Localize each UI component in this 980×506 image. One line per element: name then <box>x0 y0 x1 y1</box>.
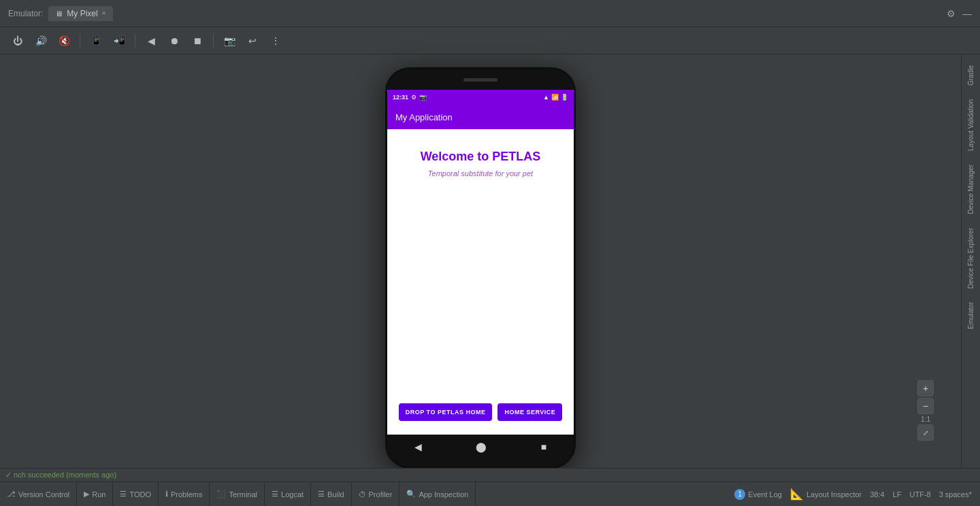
tab-todo[interactable]: ☰ TODO <box>113 482 159 506</box>
zoom-fit-button[interactable]: ⤢ <box>917 424 934 441</box>
problems-label: Problems <box>171 490 202 499</box>
settings-icon[interactable]: ⚙ <box>947 8 956 19</box>
back-nav-button[interactable]: ◀ <box>142 31 161 50</box>
buttons-section: DROP TO PETLAS HOME HOME SERVICE <box>399 403 563 421</box>
phone-screen: 12:31 ⚙ 📷 ▲ 📶 🔋 My Application <box>387 90 574 435</box>
sidebar-item-layout-validation[interactable]: Layout Validation <box>964 94 977 156</box>
todo-icon: ☰ <box>120 490 127 499</box>
top-bar: Emulator: 🖥 My Pixel × ⚙ — <box>0 0 980 27</box>
tab-problems[interactable]: ℹ Problems <box>159 482 210 506</box>
phone-bottom-nav: ◀ ⬤ ■ <box>387 435 574 458</box>
status-bar: 12:31 ⚙ 📷 ▲ 📶 🔋 <box>387 90 574 105</box>
phone-frame: 12:31 ⚙ 📷 ▲ 📶 🔋 My Application <box>385 67 576 469</box>
toolbar-separator-2 <box>135 34 135 48</box>
terminal-label: Terminal <box>229 490 257 499</box>
event-log-section[interactable]: 1 Event Log <box>734 489 782 500</box>
screen-content: Welcome to PETLAS Temporal substitute fo… <box>387 129 574 435</box>
phone-home-button[interactable]: ⬤ <box>476 441 487 452</box>
profiler-label: Profiler <box>369 490 393 499</box>
welcome-subtitle: Temporal substitute for your pet <box>428 169 533 178</box>
tab-version-control[interactable]: ⎇ Version Control <box>0 482 77 506</box>
app-inspection-icon: 🔍 <box>406 490 416 499</box>
todo-label: TODO <box>129 490 151 499</box>
build-icon: ☰ <box>318 490 325 499</box>
sidebar-item-device-file-explorer[interactable]: Device File Explorer <box>964 222 977 294</box>
phone-recent-button[interactable]: ■ <box>541 441 546 452</box>
tab-close-button[interactable]: × <box>102 10 106 17</box>
main-area: Connections Tests Git 12:31 ⚙ 📷 <box>0 54 980 482</box>
home-nav-button[interactable]: ⏺ <box>165 31 184 50</box>
event-log-label: Event Log <box>748 490 782 499</box>
version-control-label: Version Control <box>18 490 69 499</box>
sidebar-item-gradle[interactable]: Gradle <box>964 60 977 91</box>
phone-back-button[interactable]: ◀ <box>414 441 422 452</box>
power-button[interactable]: ⏻ <box>8 31 27 50</box>
version-control-icon: ⎇ <box>7 490 16 499</box>
undo-button[interactable]: ↩ <box>243 31 262 50</box>
home-service-button[interactable]: HOME SERVICE <box>497 403 562 421</box>
bottom-right: 1 Event Log 📐 Layout Inspector 38:4 LF U… <box>734 488 980 501</box>
phone-speaker <box>463 78 497 82</box>
minimize-icon[interactable]: — <box>962 8 972 19</box>
layout-inspector-icon: 📐 <box>790 488 804 501</box>
status-time: 12:31 <box>393 94 408 101</box>
encoding-info: UTF-8 <box>910 490 931 499</box>
indent-info: 3 spaces* <box>939 490 972 499</box>
emulator-center: 12:31 ⚙ 📷 ▲ 📶 🔋 My Application <box>0 54 961 482</box>
bottom-bar: ⎇ Version Control ▶ Run ☰ TODO ℹ Problem… <box>0 482 980 506</box>
zoom-out-button[interactable]: − <box>917 398 934 414</box>
emulator-label: Emulator: <box>8 9 43 18</box>
overview-nav-button[interactable]: ⏹ <box>188 31 207 50</box>
wifi-icon: ▲ <box>543 94 549 101</box>
sidebar-item-device-manager[interactable]: Device Manager <box>964 159 977 220</box>
event-log-badge: 1 <box>734 489 745 500</box>
signal-icon: 📶 <box>551 94 559 101</box>
welcome-section: Welcome to PETLAS Temporal substitute fo… <box>421 150 541 178</box>
tab-name: My Pixel <box>67 9 97 18</box>
run-icon: ▶ <box>84 490 89 499</box>
top-bar-right: ⚙ — <box>947 8 972 19</box>
layout-inspector-section[interactable]: 📐 Layout Inspector <box>790 488 862 501</box>
app-title: My Application <box>395 112 453 122</box>
volume-mute-button[interactable]: 🔇 <box>54 31 74 50</box>
rotate-portrait-button[interactable]: 📱 <box>86 31 105 50</box>
rotate-landscape-button[interactable]: 📲 <box>110 31 129 50</box>
tab-logcat[interactable]: ☰ Logcat <box>265 482 311 506</box>
tab-profiler[interactable]: ⏱ Profiler <box>352 482 400 506</box>
run-label: Run <box>92 490 105 499</box>
welcome-title: Welcome to PETLAS <box>421 150 541 164</box>
app-inspection-label: App Inspection <box>419 490 468 499</box>
tab-terminal[interactable]: ⬛ Terminal <box>210 482 265 506</box>
zoom-level: 1:1 <box>917 416 934 423</box>
toolbar-separator <box>80 34 80 48</box>
build-label: Build <box>327 490 344 499</box>
tab-run[interactable]: ▶ Run <box>77 482 113 506</box>
more-options-button[interactable]: ⋮ <box>266 31 285 50</box>
line-separator: LF <box>893 490 902 499</box>
app-bar: My Application <box>387 105 574 129</box>
status-icons: ▲ 📶 🔋 <box>543 94 568 101</box>
build-status-bar: ✓ nch succeeded (moments ago) <box>0 468 980 482</box>
drop-to-petlas-button[interactable]: DROP TO PETLAS HOME <box>399 403 493 421</box>
tab-app-inspection[interactable]: 🔍 App Inspection <box>399 482 476 506</box>
cursor-position: 38:4 <box>870 490 884 499</box>
terminal-icon: ⬛ <box>216 490 226 499</box>
battery-icon: 🔋 <box>561 94 568 101</box>
tab-build[interactable]: ☰ Build <box>311 482 351 506</box>
emulator-tab[interactable]: 🖥 My Pixel × <box>48 6 112 21</box>
sidebar-item-emulator[interactable]: Emulator <box>964 297 977 335</box>
logcat-icon: ☰ <box>272 490 278 499</box>
zoom-in-button[interactable]: + <box>917 380 934 397</box>
toolbar: ⏻ 🔊 🔇 📱 📲 ◀ ⏺ ⏹ 📷 ↩ ⋮ <box>0 27 980 54</box>
build-success-text: ✓ nch succeeded (moments ago) <box>5 471 116 479</box>
logcat-label: Logcat <box>281 490 304 499</box>
screenshot-button[interactable]: 📷 <box>220 31 239 50</box>
volume-up-button[interactable]: 🔊 <box>31 31 50 50</box>
toolbar-separator-3 <box>213 34 214 48</box>
profiler-icon: ⏱ <box>359 490 366 499</box>
right-sidebar: Gradle Layout Validation Device Manager … <box>961 54 980 482</box>
phone-top <box>387 69 574 90</box>
bottom-tabs: ⎇ Version Control ▶ Run ☰ TODO ℹ Problem… <box>0 482 476 506</box>
layout-inspector-label: Layout Inspector <box>806 490 862 499</box>
zoom-controls: + − 1:1 ⤢ <box>917 380 934 441</box>
